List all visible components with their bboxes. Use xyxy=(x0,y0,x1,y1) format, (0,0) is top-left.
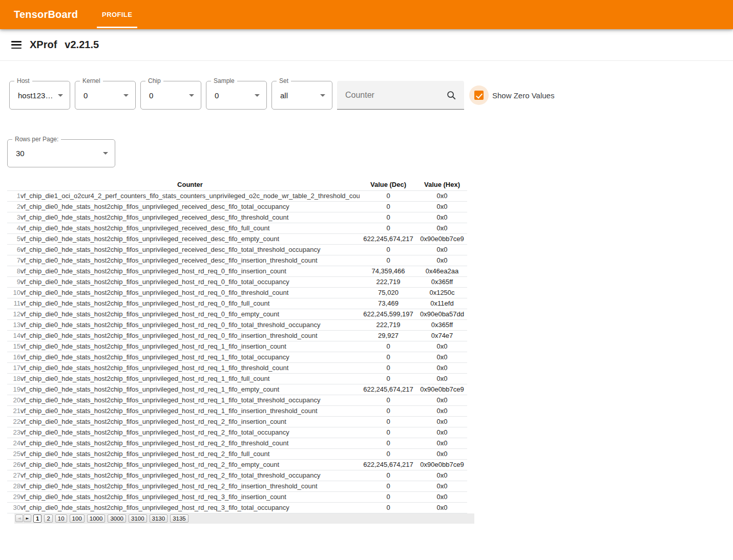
value-hex: 0x11efd xyxy=(417,298,467,309)
table-row: 29vf_chip_die0_hde_stats_host2chip_fifos… xyxy=(7,491,467,502)
counter-name: vf_chip_die0_hde_stats_host2chip_fifos_u… xyxy=(20,255,360,266)
counter-name: vf_chip_die0_hde_stats_host2chip_fifos_u… xyxy=(20,244,360,255)
row-number: 1 xyxy=(7,190,20,201)
prev-page-button[interactable]: ◄ xyxy=(15,514,23,522)
value-dec: 73,469 xyxy=(360,298,417,309)
value-dec: 222,719 xyxy=(360,319,417,330)
show-zero-checkbox[interactable] xyxy=(474,91,484,100)
value-hex: 0x0 xyxy=(417,491,467,502)
menu-icon[interactable] xyxy=(11,41,22,49)
row-number: 22 xyxy=(7,416,20,427)
value-hex: 0x46ea2aa xyxy=(417,266,467,276)
chevron-down-icon xyxy=(320,94,325,97)
chevron-down-icon xyxy=(58,94,63,97)
row-number: 25 xyxy=(7,448,20,459)
row-number: 16 xyxy=(7,352,20,362)
value-dec: 29,927 xyxy=(360,330,417,341)
chip-select-value: 0 xyxy=(141,91,189,100)
table-row: 4vf_chip_die0_hde_stats_host2chip_fifos_… xyxy=(7,223,467,233)
value-dec: 0 xyxy=(360,427,417,438)
tab-profile-label: PROFILE xyxy=(102,11,132,18)
value-dec: 0 xyxy=(360,481,417,491)
host-select[interactable]: Host host123… xyxy=(9,81,70,110)
row-number: 24 xyxy=(7,438,20,448)
table-row: 18vf_chip_die0_hde_stats_host2chip_fifos… xyxy=(7,373,467,384)
value-hex: 0x90e0bb7ce9 xyxy=(417,233,467,244)
value-hex: 0x0 xyxy=(417,395,467,405)
value-dec: 0 xyxy=(360,255,417,266)
value-dec: 74,359,466 xyxy=(360,266,417,276)
row-number: 28 xyxy=(7,481,20,491)
page-button-1[interactable]: 1 xyxy=(33,514,41,523)
table-row: 22vf_chip_die0_hde_stats_host2chip_fifos… xyxy=(7,416,467,427)
counter-name: vf_chip_die0_hde_stats_host2chip_fifos_u… xyxy=(20,223,360,233)
counter-name: vf_chip_die0_hde_stats_host2chip_fifos_u… xyxy=(20,448,360,459)
value-dec: 0 xyxy=(360,223,417,233)
value-hex: 0x0 xyxy=(417,416,467,427)
value-dec: 622,245,599,197 xyxy=(360,309,417,319)
app-toolbar: TensorBoard PROFILE xyxy=(0,0,733,29)
page-button-3135[interactable]: 3135 xyxy=(170,514,189,523)
table-row: 3vf_chip_die0_hde_stats_host2chip_fifos_… xyxy=(7,212,467,223)
kernel-select-label: Kernel xyxy=(80,78,103,84)
page-button-3100[interactable]: 3100 xyxy=(129,514,147,523)
sample-select-label: Sample xyxy=(211,78,237,84)
table-row: 20vf_chip_die0_hde_stats_host2chip_fifos… xyxy=(7,395,467,405)
page-button-1000[interactable]: 1000 xyxy=(87,514,106,523)
page-title: XProf xyxy=(30,39,57,51)
row-number: 20 xyxy=(7,395,20,405)
table-row: 8vf_chip_die0_hde_stats_host2chip_fifos_… xyxy=(7,266,467,276)
row-number: 9 xyxy=(7,276,20,287)
next-page-button[interactable]: ► xyxy=(24,514,31,522)
tab-profile[interactable]: PROFILE xyxy=(97,0,137,29)
counter-name: vf_chip_die0_hde_stats_host2chip_fifos_u… xyxy=(20,201,360,212)
counter-name: vf_chip_die0_hde_stats_host2chip_fifos_u… xyxy=(20,438,360,448)
page-button-100[interactable]: 100 xyxy=(70,514,85,523)
counter-name: vf_chip_die0_hde_stats_host2chip_fifos_u… xyxy=(20,319,360,330)
page-button-2[interactable]: 2 xyxy=(44,514,52,523)
row-number: 19 xyxy=(7,384,20,395)
row-number: 27 xyxy=(7,470,20,481)
value-hex: 0x0 xyxy=(417,481,467,491)
chip-select[interactable]: Chip 0 xyxy=(140,81,201,110)
counter-name: vf_chip_die0_hde_stats_host2chip_fifos_u… xyxy=(20,470,360,481)
page-button-3130[interactable]: 3130 xyxy=(150,514,168,523)
table-row: 11vf_chip_die0_hde_stats_host2chip_fifos… xyxy=(7,298,467,309)
set-select[interactable]: Set all xyxy=(271,81,332,110)
counter-name: vf_chip_die0_hde_stats_host2chip_fifos_u… xyxy=(20,384,360,395)
value-dec: 622,245,674,217 xyxy=(360,233,417,244)
row-number-header xyxy=(7,179,20,190)
sample-select[interactable]: Sample 0 xyxy=(206,81,267,110)
table-row: 28vf_chip_die0_hde_stats_host2chip_fifos… xyxy=(7,481,467,491)
filter-bar: Host host123… Kernel 0 Chip 0 Sample 0 S… xyxy=(9,81,733,110)
counters-table-container: Counter Value (Dec) Value (Hex) 1vf_chip… xyxy=(7,179,467,524)
sample-select-value: 0 xyxy=(206,91,255,100)
checkbox-halo[interactable] xyxy=(469,85,489,105)
chevron-down-icon xyxy=(123,94,129,97)
table-row: 19vf_chip_die0_hde_stats_host2chip_fifos… xyxy=(7,384,467,395)
value-hex: 0x0 xyxy=(417,373,467,384)
page-button-3000[interactable]: 3000 xyxy=(108,514,126,523)
counter-name: vf_chip_die1_oci_o2cur4_2_perf_counters_… xyxy=(20,190,360,201)
value-dec: 0 xyxy=(360,190,417,201)
value-hex: 0x365ff xyxy=(417,319,467,330)
table-row: 10vf_chip_die0_hde_stats_host2chip_fifos… xyxy=(7,287,467,298)
rows-per-page-select[interactable]: Rows per Page: 30 xyxy=(7,139,115,167)
kernel-select[interactable]: Kernel 0 xyxy=(75,81,136,110)
counter-name: vf_chip_die0_hde_stats_host2chip_fifos_u… xyxy=(20,373,360,384)
version-label: v2.21.5 xyxy=(65,39,99,51)
counter-name: vf_chip_die0_hde_stats_host2chip_fifos_u… xyxy=(20,481,360,491)
page-button-10[interactable]: 10 xyxy=(55,514,67,523)
table-row: 13vf_chip_die0_hde_stats_host2chip_fifos… xyxy=(7,319,467,330)
host-select-value: host123… xyxy=(10,91,58,100)
row-number: 3 xyxy=(7,212,20,223)
counter-name: vf_chip_die0_hde_stats_host2chip_fifos_u… xyxy=(20,395,360,405)
value-hex: 0x0 xyxy=(417,190,467,201)
row-number: 4 xyxy=(7,223,20,233)
value-dec: 0 xyxy=(360,438,417,448)
value-hex: 0x0 xyxy=(417,405,467,416)
counter-search-input[interactable] xyxy=(337,91,446,100)
counters-table: Counter Value (Dec) Value (Hex) 1vf_chip… xyxy=(7,179,467,513)
row-number: 17 xyxy=(7,362,20,373)
counter-name: vf_chip_die0_hde_stats_host2chip_fifos_u… xyxy=(20,502,360,513)
